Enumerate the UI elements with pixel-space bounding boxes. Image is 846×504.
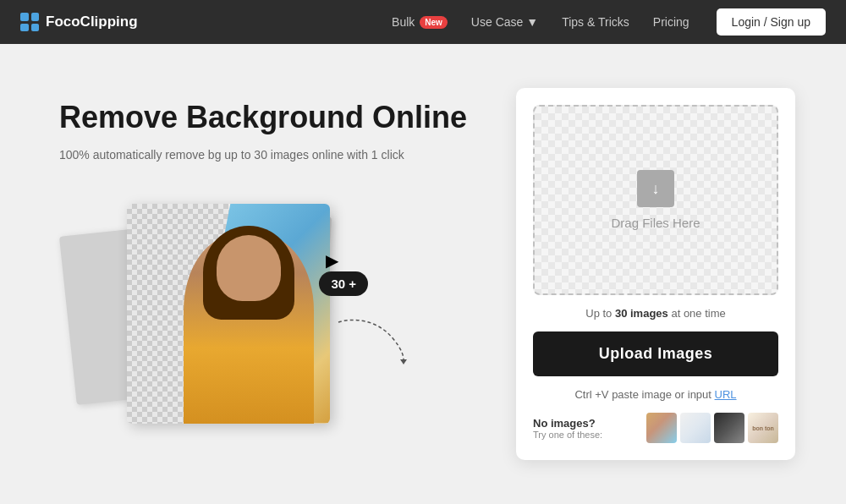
nav-tips[interactable]: Tips & Tricks [562, 15, 629, 29]
drop-zone[interactable]: ↓ Drag Files Here [533, 105, 778, 295]
no-images-info: No images? Try one of these: [533, 417, 602, 440]
nav-pricing[interactable]: Pricing [653, 15, 689, 29]
brand-name: FocoClipping [46, 14, 138, 30]
svg-marker-0 [400, 359, 407, 364]
bulk-badge: New [420, 16, 448, 29]
limit-count: 30 images [615, 307, 668, 320]
sample-thumb-2[interactable] [680, 413, 711, 443]
main-content: Remove Background Online 100% automatica… [0, 44, 846, 504]
hero-subtitle: 100% automatically remove bg up to 30 im… [59, 148, 482, 162]
logo-icon [20, 13, 39, 31]
dashed-arrow-icon [334, 314, 410, 364]
sample-thumb-3[interactable] [714, 413, 744, 443]
navbar: FocoClipping Bulk New Use Case ▼ Tips & … [0, 0, 846, 44]
paste-hint: Ctrl +V paste image or input URL [533, 388, 778, 401]
brand-logo[interactable]: FocoClipping [20, 13, 138, 31]
sample-thumb-1[interactable] [646, 413, 677, 443]
download-icon: ↓ [637, 170, 674, 207]
drop-text: Drag Files Here [611, 216, 700, 230]
upload-panel: ↓ Drag Files Here Up to 30 images at one… [516, 88, 795, 460]
chevron-down-icon: ▼ [526, 15, 538, 29]
nav-use-case[interactable]: Use Case ▼ [471, 15, 538, 29]
nav-bulk[interactable]: Bulk New [392, 15, 448, 29]
image-main [127, 204, 330, 424]
url-link[interactable]: URL [715, 388, 737, 401]
sample-images-row: No images? Try one of these: bon ton [533, 413, 778, 443]
no-images-label: No images? [533, 417, 602, 430]
sample-thumb-4[interactable]: bon ton [748, 413, 778, 443]
hero-title: Remove Background Online [59, 99, 482, 135]
nav-links: Bulk New Use Case ▼ Tips & Tricks Pricin… [392, 15, 689, 29]
cursor-icon: ▶ [326, 250, 338, 271]
person-head [217, 235, 282, 301]
no-images-sublabel: Try one of these: [533, 430, 602, 440]
upload-limit: Up to 30 images at one time [533, 307, 778, 320]
person-silhouette [168, 215, 330, 424]
hero-left: Remove Background Online 100% automatica… [59, 99, 482, 448]
login-button[interactable]: Login / Sign up [717, 8, 826, 36]
upload-button[interactable]: Upload Images [533, 331, 778, 376]
sample-thumbs: bon ton [611, 413, 778, 443]
hero-image-collage: ▶ 30 + [59, 187, 415, 449]
person-body [184, 235, 314, 423]
count-badge: 30 + [319, 271, 368, 296]
